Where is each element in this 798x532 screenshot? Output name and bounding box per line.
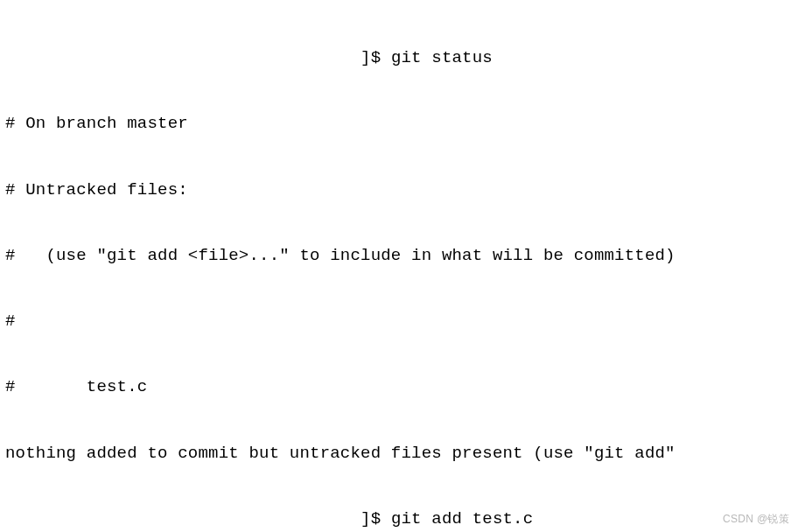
prompt-prefix: ]$ <box>5 509 391 528</box>
output-line: # test.c <box>5 376 793 398</box>
git-command: git status <box>391 48 493 67</box>
output-line: # <box>5 311 793 332</box>
prompt-line: ]$ git status <box>5 47 793 69</box>
git-command: git add test.c <box>391 509 533 528</box>
output-line: # On branch master <box>5 113 793 135</box>
watermark: CSDN @锐策 <box>723 513 789 527</box>
prompt-prefix: ]$ <box>5 48 391 67</box>
output-line: # (use "git add <file>..." to include in… <box>5 245 793 267</box>
prompt-line: ]$ git add test.c <box>5 508 793 530</box>
output-line: nothing added to commit but untracked fi… <box>5 443 793 465</box>
output-line: # Untracked files: <box>5 179 793 201</box>
terminal-output: ]$ git status # On branch master # Untra… <box>5 4 793 532</box>
